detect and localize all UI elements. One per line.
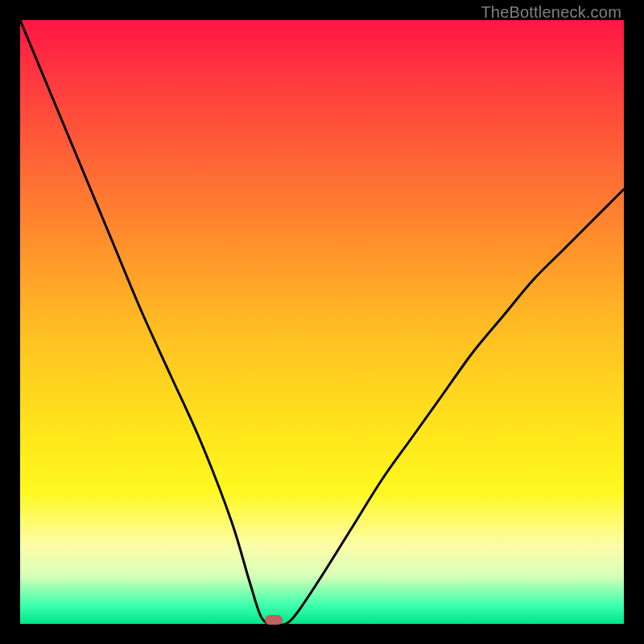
bottleneck-curve: [20, 20, 624, 624]
chart-frame: TheBottleneck.com: [0, 0, 644, 644]
watermark-text: TheBottleneck.com: [481, 3, 621, 22]
optimal-point-marker: [265, 615, 283, 625]
plot-area: [20, 20, 624, 624]
